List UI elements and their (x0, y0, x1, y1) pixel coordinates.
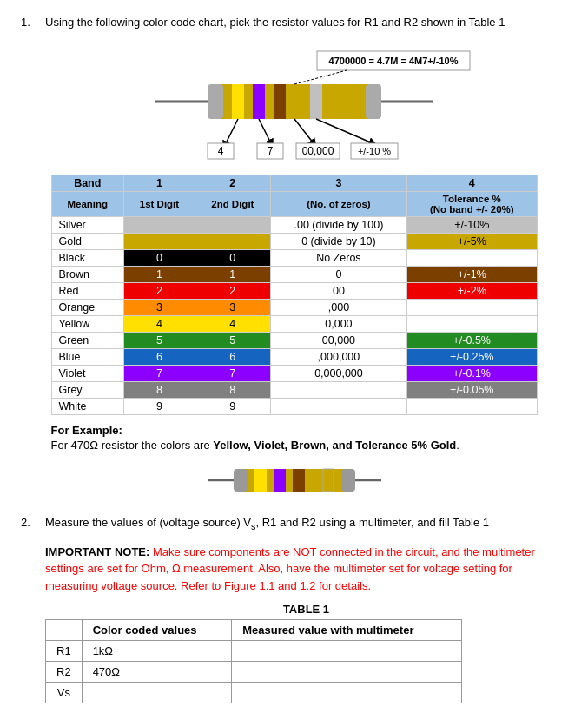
table1-value-r1: 1kΩ (82, 641, 232, 662)
svg-rect-6 (310, 84, 322, 119)
zeros-brown: 0 (270, 267, 406, 283)
svg-rect-30 (254, 469, 267, 492)
color-name-green: Green (51, 333, 124, 349)
zeros-white (270, 399, 406, 415)
tol-silver: +/-10% (407, 217, 537, 234)
digit2-grey: 8 (195, 382, 270, 399)
q2-text: Measure the values of (voltage source) V… (45, 516, 567, 531)
digit2-blue: 6 (195, 349, 270, 366)
digit1-white: 9 (124, 399, 195, 415)
color-row-gold: Gold0 (divide by 10)+/-5% (51, 234, 537, 250)
color-name-grey: Grey (51, 382, 124, 399)
example-label: For Example: (51, 424, 538, 437)
meaning-1: 1st Digit (124, 192, 195, 217)
color-name-violet: Violet (51, 366, 124, 382)
header-col3: 3 (270, 175, 406, 192)
color-name-white: White (51, 399, 124, 415)
color-name-red: Red (51, 283, 124, 300)
svg-line-9 (225, 119, 238, 145)
svg-line-24 (294, 70, 347, 84)
digit2-silver (195, 217, 270, 234)
color-row-brown: Brown110+/-1% (51, 267, 537, 283)
tol-black (407, 250, 537, 267)
digit2-red: 2 (195, 283, 270, 300)
svg-line-12 (316, 119, 373, 143)
meaning-2: 2nd Digit (195, 192, 270, 217)
svg-text:+/-10 %: +/-10 % (357, 146, 390, 156)
svg-line-11 (294, 119, 314, 143)
meaning-4: Tolerance %(No band +/- 20%) (407, 192, 537, 217)
important-note: IMPORTANT NOTE: Make sure components are… (45, 544, 567, 595)
diagram-area: 4 7 00,000 +/-10 % 4700000 = 4.7M = 4M7+… (21, 41, 567, 162)
table1-measured-r1 (232, 641, 462, 662)
table1-row-vs: Vs (46, 683, 462, 703)
table1-header-empty (46, 620, 83, 641)
tol-gold: +/-5% (407, 234, 537, 250)
important-label: IMPORTANT NOTE: (45, 545, 149, 558)
zeros-gold: 0 (divide by 10) (270, 234, 406, 250)
zeros-grey (270, 382, 406, 399)
color-name-black: Black (51, 250, 124, 267)
digit1-black: 0 (124, 250, 195, 267)
digit1-grey: 8 (124, 382, 195, 399)
header-band: Band (51, 175, 124, 192)
svg-rect-28 (234, 469, 248, 492)
q2-number: 2. (21, 516, 38, 531)
zeros-black: No Zeros (270, 250, 406, 267)
zeros-violet: 0,000,000 (270, 366, 406, 382)
svg-text:4: 4 (217, 145, 223, 157)
color-row-white: White99 (51, 399, 537, 415)
color-name-yellow: Yellow (51, 316, 124, 333)
svg-rect-7 (208, 84, 223, 119)
table1-value-vs (82, 683, 232, 703)
table1-row-r1: R11kΩ (46, 641, 462, 662)
svg-text:7: 7 (267, 145, 273, 157)
example-resistor (21, 459, 567, 502)
tol-brown: +/-1% (407, 267, 537, 283)
resistor-diagram: 4 7 00,000 +/-10 % 4700000 = 4.7M = 4M7+… (103, 41, 486, 162)
table1-col1-header: Color coded values (82, 620, 232, 641)
digit1-blue: 6 (124, 349, 195, 366)
digit2-orange: 3 (195, 300, 270, 316)
digit2-green: 5 (195, 333, 270, 349)
meaning-label: Meaning (51, 192, 124, 217)
example-resistor-svg (208, 459, 381, 502)
digit1-violet: 7 (124, 366, 195, 382)
color-row-violet: Violet770,000,000+/-0.1% (51, 366, 537, 382)
q1-text: Using the following color code chart, pi… (45, 16, 567, 29)
for-example: For Example: For 470Ω resistor the color… (51, 424, 538, 452)
svg-rect-8 (366, 84, 381, 119)
color-name-orange: Orange (51, 300, 124, 316)
table1-col2-header: Measured value with multimeter (232, 620, 462, 641)
table1-label-r2: R2 (46, 662, 83, 683)
tol-violet: +/-0.1% (407, 366, 537, 382)
color-row-grey: Grey88+/-0.05% (51, 382, 537, 399)
color-code-table: Band 1 2 3 4 Meaning 1st Digit 2nd Digit… (51, 175, 538, 415)
svg-rect-5 (274, 84, 286, 119)
digit2-white: 9 (195, 399, 270, 415)
table1-measured-vs (232, 683, 462, 703)
question-2: 2. Measure the values of (voltage source… (21, 516, 567, 531)
zeros-orange: ,000 (270, 300, 406, 316)
digit2-yellow: 4 (195, 316, 270, 333)
svg-rect-31 (274, 469, 286, 492)
question-1: 1. Using the following color code chart,… (21, 16, 567, 29)
table1: Color coded values Measured value with m… (45, 619, 462, 703)
color-name-brown: Brown (51, 267, 124, 283)
svg-text:00,000: 00,000 (301, 145, 334, 157)
tol-yellow (407, 316, 537, 333)
color-row-green: Green5500,000+/-0.5% (51, 333, 537, 349)
svg-rect-29 (341, 469, 355, 492)
color-row-silver: Silver.00 (divide by 100)+/-10% (51, 217, 537, 234)
digit1-orange: 3 (124, 300, 195, 316)
color-row-red: Red2200+/-2% (51, 283, 537, 300)
digit2-brown: 1 (195, 267, 270, 283)
header-col4: 4 (407, 175, 537, 192)
digit1-red: 2 (124, 283, 195, 300)
svg-rect-3 (232, 84, 244, 119)
zeros-yellow: 0,000 (270, 316, 406, 333)
digit1-brown: 1 (124, 267, 195, 283)
color-row-orange: Orange33,000 (51, 300, 537, 316)
digit1-yellow: 4 (124, 316, 195, 333)
q1-number: 1. (21, 16, 38, 29)
